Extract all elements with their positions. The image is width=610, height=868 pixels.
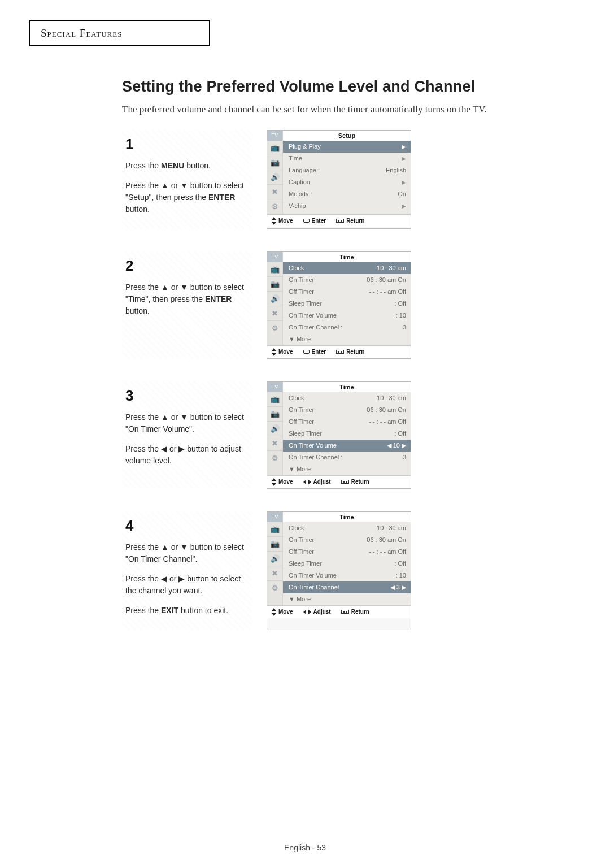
osd-row: Language :English bbox=[283, 164, 411, 176]
osd-row-label: On Timer Volume bbox=[289, 442, 337, 449]
osd-row-label: ▼ More bbox=[289, 596, 311, 602]
page: Special Features Setting the Preferred V… bbox=[0, 0, 610, 868]
osd-row: Sleep Timer: Off bbox=[283, 558, 411, 570]
osd-row: On Timer Channel◀ 3 ▶ bbox=[283, 581, 411, 593]
osd-row: On Timer Channel :3 bbox=[283, 452, 411, 463]
osd-category-icon: 📷 bbox=[267, 155, 282, 170]
osd-row-value: ▶ bbox=[399, 155, 406, 162]
osd-row-label: On Timer bbox=[289, 277, 314, 283]
footer-move: Move bbox=[272, 608, 293, 616]
osd-row-label: Caption bbox=[289, 179, 310, 185]
step-number: 4 bbox=[125, 515, 249, 537]
osd-title: Time bbox=[283, 252, 411, 262]
osd-row-value: : Off bbox=[394, 431, 406, 437]
return-icon bbox=[341, 480, 349, 484]
osd-row-value: - - : - - am Off bbox=[369, 289, 406, 295]
page-title: Setting the Preferred Volume Level and C… bbox=[122, 78, 529, 96]
footer-return: Return bbox=[336, 218, 364, 224]
osd-icon-column: 📺📷🔊✖⚙ bbox=[267, 392, 283, 475]
osd-list: Clock10 : 30 amOn Timer06 : 30 am OnOff … bbox=[283, 392, 411, 475]
step-row: 1Press the MENU button.Press the ▲ or ▼ … bbox=[122, 130, 529, 229]
tv-icon: TV bbox=[267, 382, 283, 392]
osd-row-value: ◀ 10 ▶ bbox=[387, 442, 406, 449]
osd-row-label: On Timer Channel : bbox=[289, 454, 342, 461]
osd-row-value: ◀ 3 ▶ bbox=[390, 584, 406, 591]
step-number: 2 bbox=[125, 255, 249, 277]
osd-category-icon: ✖ bbox=[267, 185, 282, 199]
arrow-right-icon: ▶ bbox=[399, 144, 406, 150]
osd-category-icon: ✖ bbox=[267, 566, 282, 581]
osd-category-icon: 🔊 bbox=[267, 170, 282, 185]
step-row: 4Press the ▲ or ▼ button to select "On T… bbox=[122, 511, 529, 630]
osd-row: Sleep Timer: Off bbox=[283, 298, 411, 310]
osd-footer: Move Enter Return bbox=[267, 214, 411, 227]
osd-row: On Timer Channel :3 bbox=[283, 322, 411, 333]
osd-row: On Timer06 : 30 am On bbox=[283, 274, 411, 286]
osd-row-label: Clock bbox=[289, 265, 304, 271]
up-down-icon bbox=[272, 478, 276, 486]
arrow-right-icon: ▶ bbox=[399, 155, 406, 162]
osd-row: ▼ More bbox=[283, 333, 411, 345]
osd-title: Setup bbox=[283, 131, 411, 141]
osd-row-label: On Timer Channel : bbox=[289, 324, 342, 331]
osd-icon-column: 📺📷🔊✖⚙ bbox=[267, 141, 283, 214]
footer-move: Move bbox=[272, 217, 293, 225]
osd-row-value: : 10 bbox=[396, 313, 406, 319]
osd-icon-column: 📺📷🔊✖⚙ bbox=[267, 522, 283, 605]
osd-row-value: 06 : 30 am On bbox=[367, 407, 406, 413]
osd-category-icon: ⚙ bbox=[267, 451, 282, 466]
osd-category-icon: 📷 bbox=[267, 537, 282, 552]
osd-row-label: Plug & Play bbox=[289, 144, 321, 150]
osd-row: Melody :On bbox=[283, 188, 411, 200]
step-instruction: Press the ◀ or ▶ button to adjust volume… bbox=[125, 443, 249, 467]
step-instruction: Press the ▲ or ▼ button to select "Setup… bbox=[125, 180, 249, 215]
osd-row-label: Sleep Timer bbox=[289, 431, 322, 437]
step-instruction: Press the ▲ or ▼ button to select "On Ti… bbox=[125, 541, 249, 565]
osd-row: Clock10 : 30 am bbox=[283, 522, 411, 534]
up-down-icon bbox=[272, 348, 276, 356]
osd-row: Clock10 : 30 am bbox=[283, 392, 411, 404]
osd-row-label: Time bbox=[289, 155, 302, 162]
osd-category-icon: ⚙ bbox=[267, 581, 282, 596]
osd-row-label: V-chip bbox=[289, 203, 306, 209]
osd-row-value: 10 : 30 am bbox=[377, 395, 406, 401]
osd-category-icon: 📺 bbox=[267, 262, 282, 277]
osd-icon-column: 📺📷🔊✖⚙ bbox=[267, 262, 283, 345]
osd-row-label: Language : bbox=[289, 167, 320, 173]
up-down-icon bbox=[272, 608, 276, 616]
osd-row-value: 06 : 30 am On bbox=[367, 537, 406, 543]
osd-row-value: 3 bbox=[403, 324, 406, 331]
step-text: 2Press the ▲ or ▼ button to select "Time… bbox=[122, 251, 252, 359]
osd-list: Clock10 : 30 amOn Timer06 : 30 am OnOff … bbox=[283, 262, 411, 345]
step-instruction: Press the ▲ or ▼ button to select "Time"… bbox=[125, 281, 249, 317]
osd-category-icon: 📺 bbox=[267, 392, 282, 407]
osd-title: Time bbox=[283, 512, 411, 522]
osd-row-label: Off Timer bbox=[289, 289, 314, 295]
osd-row-label: Sleep Timer bbox=[289, 561, 322, 567]
osd-category-icon: ⚙ bbox=[267, 199, 282, 214]
osd-category-icon: 📷 bbox=[267, 277, 282, 292]
osd-row: Time▶ bbox=[283, 153, 411, 164]
osd-category-icon: ⚙ bbox=[267, 321, 282, 336]
footer-adjust: Adjust bbox=[303, 609, 331, 615]
osd-footer: Move Adjust Return bbox=[267, 605, 411, 618]
osd-list: Plug & Play▶Time▶Language :EnglishCaptio… bbox=[283, 141, 411, 214]
osd-row-label: On Timer Volume bbox=[289, 313, 337, 319]
osd-row: On Timer Volume: 10 bbox=[283, 570, 411, 581]
tv-icon: TV bbox=[267, 512, 283, 522]
page-footer: English - 53 bbox=[0, 843, 610, 852]
step-text: 3Press the ▲ or ▼ button to select "On T… bbox=[122, 381, 252, 489]
arrow-right-icon: ▶ bbox=[399, 179, 406, 185]
footer-adjust: Adjust bbox=[303, 479, 331, 485]
step-row: 2Press the ▲ or ▼ button to select "Time… bbox=[122, 251, 529, 359]
osd-row-value: : Off bbox=[394, 301, 406, 307]
osd-row: Clock10 : 30 am bbox=[283, 262, 411, 274]
osd-row-label: On Timer bbox=[289, 407, 314, 413]
footer-move: Move bbox=[272, 348, 293, 356]
osd-footer: Move Adjust Return bbox=[267, 475, 411, 488]
osd-row: Sleep Timer: Off bbox=[283, 428, 411, 440]
osd-row-value: 06 : 30 am On bbox=[367, 277, 406, 283]
step-instruction: Press the EXIT button to exit. bbox=[125, 605, 249, 617]
osd-row-value: 10 : 30 am bbox=[377, 265, 406, 271]
osd-row-value: On bbox=[398, 191, 406, 197]
